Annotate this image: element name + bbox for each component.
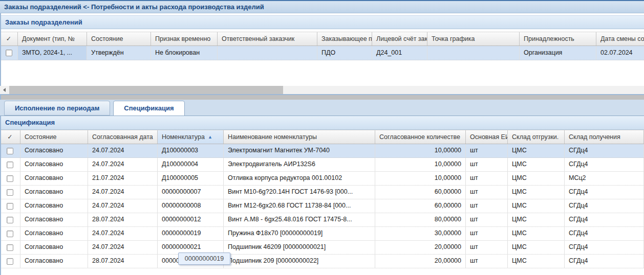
row-checkbox-cell [0,144,20,157]
table-row[interactable]: Согласовано24.07.202400000000019Пружина … [0,227,644,241]
row-checkbox-cell [0,227,20,240]
column-header[interactable]: Склад отгрузки. [508,130,565,144]
cell: Электромагнит Магнитек УМ-7040 [224,144,375,157]
cell: Согласовано [20,241,88,254]
row-checkbox[interactable] [7,231,13,237]
specification-table-header: ✓СостояниеСогласованная датаНоменклатура… [0,130,644,144]
column-header[interactable]: Дата смены сост [596,32,644,45]
column-header[interactable]: Ответственный заказчик [218,32,317,45]
row-checkbox-cell [0,46,18,60]
row-checkbox[interactable] [7,189,13,196]
table-row[interactable]: Согласовано21.07.2024Д100000005Отливка к… [0,172,644,186]
app-window: Заказы подразделений <- Потребности и ак… [0,0,644,275]
cell: СГДц4 [565,199,644,213]
table-row[interactable]: ЗМТО, 2024-1, ...УтверждёнНе блокированП… [0,46,644,60]
row-checkbox-cell [0,186,20,199]
scrollbar-thumb[interactable] [9,86,283,94]
cell: 00000000012 [158,213,224,226]
cell: 20,00000 [375,255,466,268]
column-header[interactable]: Основная ЕИ [466,130,508,144]
row-checkbox[interactable] [7,148,13,154]
column-header[interactable]: Согласованная дата [88,130,158,144]
cell: 24.07.2024 [88,227,158,240]
cell: ЦМС [508,241,565,254]
select-all-header[interactable]: ✓ [0,130,20,144]
cell: шт [466,158,508,171]
specification-table: ✓СостояниеСогласованная датаНоменклатура… [0,130,644,268]
scroll-left-button[interactable] [0,86,9,94]
cell: 24.07.2024 [88,241,158,254]
cell: ЦМС [508,227,565,240]
column-header[interactable]: Состояние [20,130,88,144]
tab-specification[interactable]: Спецификация [113,101,184,116]
table-row[interactable]: Согласовано24.07.202400000000008Винт М12… [0,199,644,213]
cell: ЦМС [508,144,565,157]
specification-panel-title: Спецификация [0,116,644,130]
column-header[interactable]: Лицевой счёт зака [372,32,427,45]
tab-bar: Исполнение по периодам Спецификация [0,100,644,116]
cell: 60,00000 [375,199,466,213]
cell: ЗМТО, 2024-1, ... [18,46,87,60]
specification-panel: Спецификация ✓СостояниеСогласованная дат… [0,116,644,268]
cell: 80,00000 [375,213,466,226]
column-header[interactable]: Признак временно [151,32,218,45]
row-checkbox[interactable] [6,50,12,56]
cell: ЦМС [508,255,565,268]
orders-table-body: ЗМТО, 2024-1, ...УтверждёнНе блокированП… [0,46,644,60]
cell: шт [466,213,508,226]
sort-ascending-icon: ▲ [208,134,212,140]
cell: 10,00000 [375,144,466,157]
column-header[interactable]: Состояние [87,32,151,45]
cell: шт [466,172,508,185]
column-header[interactable]: Принадлежность [520,32,596,45]
cell: Винт М12-6gх20.68 ГОСТ 11738-84 [000... [224,199,375,213]
cell: Утверждён [87,46,151,60]
table-row[interactable]: Согласовано28.07.202400000000012Винт А.М… [0,213,644,227]
cell: Винт М10-6g?20.14Н ГОСТ 1476-93 [000... [224,186,375,199]
cell: 28.07.2024 [88,213,158,226]
panel-splitter[interactable] [0,95,644,100]
cell: Согласовано [20,213,88,226]
column-header[interactable]: Наименование номенклатуры [224,130,375,144]
cell: Отливка корпуса редуктора 001.00102 [224,172,375,185]
window-title: Заказы подразделений <- Потребности и ак… [0,0,644,13]
column-header[interactable]: Склад получения [565,130,644,144]
tooltip: 00000000019 [178,253,230,265]
table-row[interactable]: Согласовано24.07.2024Д100000004Электродв… [0,158,644,172]
cell: 10,00000 [375,172,466,185]
table-row[interactable]: Согласовано24.07.202400000000021Подшипни… [0,241,644,255]
table-row[interactable]: Согласовано24.07.202400000000007Винт М10… [0,186,644,199]
cell: Подшипник 209 [00000000022] [224,255,375,268]
table-row[interactable]: Согласовано24.07.2024Д100000003Электрома… [0,144,644,158]
cell: СГДц4 [565,213,644,226]
cell: Электродвигатель АИР132S6 [224,158,375,171]
cell: 24.07.2024 [88,144,158,157]
cell: Д100000005 [158,172,224,185]
column-header[interactable]: Документ (тип, № [18,32,87,45]
tab-execution-by-periods[interactable]: Исполнение по периодам [4,101,110,116]
cell: СГДц4 [565,144,644,157]
column-header[interactable]: Номенклатура▲ [158,130,224,144]
cell: 24.07.2024 [88,199,158,213]
column-header[interactable]: Точка графика [427,32,520,45]
cell: ЦМС [508,199,565,213]
cell: шт [466,186,508,199]
specification-table-body: Согласовано24.07.2024Д100000003Электрома… [0,144,644,268]
column-header[interactable]: Согласованное количестве [375,130,466,144]
cell: Винт А.М8 - 6gх25.48.016 ГОСТ 17475-8... [224,213,375,226]
cell: Согласовано [20,199,88,213]
cell: шт [466,199,508,213]
row-checkbox[interactable] [7,162,13,168]
row-checkbox[interactable] [7,244,13,251]
row-checkbox[interactable] [7,217,13,223]
horizontal-scrollbar[interactable] [0,86,644,95]
cell: СГДц4 [565,158,644,171]
row-checkbox[interactable] [7,258,13,265]
row-checkbox-cell [0,199,20,213]
column-header[interactable]: Заказывающее под [317,32,372,45]
cell: Согласовано [20,158,88,171]
row-checkbox[interactable] [7,175,13,182]
table-row[interactable]: Согласовано28.07.202400000000022Подшипни… [0,255,644,268]
select-all-header[interactable]: ✓ [0,32,18,45]
row-checkbox[interactable] [7,203,13,210]
